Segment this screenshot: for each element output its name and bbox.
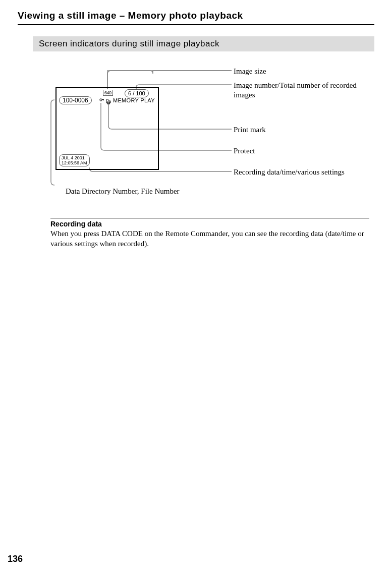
page-title: Viewing a still image – Memory photo pla… — [18, 10, 374, 25]
file-number-pill: 100-0006 — [59, 96, 92, 104]
print-mark-icon — [105, 98, 111, 103]
svg-point-0 — [100, 99, 102, 101]
time-line: 12:05:56 AM — [62, 160, 87, 165]
image-size-tag: 640 — [103, 90, 113, 96]
lcd-screen: 100-0006 640 6 / 100 MEMORY PLAY JUL 4 2… — [55, 87, 159, 170]
callout-data-directory: Data Directory Number, File Number — [66, 187, 180, 196]
protect-key-icon — [99, 97, 104, 103]
callout-protect: Protect — [234, 146, 255, 156]
page-number: 136 — [8, 554, 23, 564]
recording-heading: Recording data — [50, 220, 369, 228]
callout-image-number: Image number/Total number of recorded im… — [234, 81, 374, 100]
callout-image-size: Image size — [234, 67, 266, 76]
callout-recording-data: Recording data/time/various settings — [234, 167, 345, 177]
section-rule — [50, 218, 369, 218]
image-count-pill: 6 / 100 — [125, 89, 149, 97]
section-header: Screen indicators during still image pla… — [33, 36, 374, 51]
recording-section: Recording data When you press DATA CODE … — [50, 218, 369, 249]
date-time-pill: JUL 4 2001 12:05:56 AM — [59, 154, 90, 166]
date-line: JUL 4 2001 — [62, 155, 87, 160]
memory-play-text: MEMORY PLAY — [113, 97, 155, 103]
recording-body: When you press DATA CODE on the Remote C… — [50, 229, 369, 249]
callout-print-mark: Print mark — [234, 125, 266, 135]
diagram-area: 100-0006 640 6 / 100 MEMORY PLAY JUL 4 2… — [33, 67, 374, 213]
